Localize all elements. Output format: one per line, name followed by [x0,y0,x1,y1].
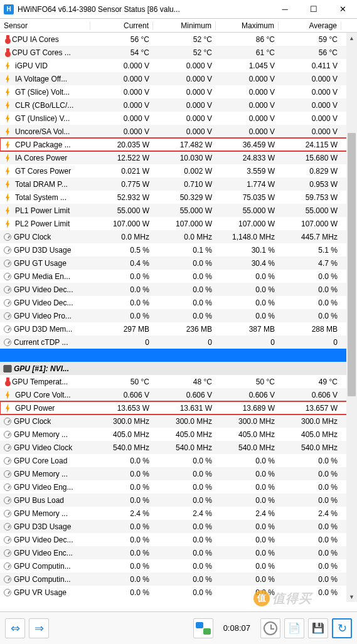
sensor-row[interactable]: GPU Computin...0.0 %0.0 %0.0 %0.0 % [0,559,357,573]
val-current: 0.000 V [90,75,153,83]
sensor-row[interactable]: GPU D3D Usage0.0 %0.0 %0.0 %0.0 % [0,520,357,533]
sensor-row[interactable]: GPU Video Dec...0.0 %0.0 %0.0 %0.0 % [0,533,357,546]
sensor-row[interactable]: GPU Media En...0.0 %0.0 %0.0 %0.0 % [0,270,357,283]
sensor-row[interactable]: GPU Power13.653 W13.631 W13.689 W13.657 … [0,401,357,414]
col-sensor[interactable]: Sensor [0,21,90,30]
sensor-row[interactable]: GT Cores Power0.021 W0.002 W3.559 W0.829… [0,164,357,177]
bolt-icon [4,193,13,202]
titlebar[interactable]: H HWiNFO64 v6.14-3980 Sensor Status [86 … [0,0,357,19]
gauge-icon [4,497,11,504]
sensor-row[interactable]: GPU Bus Load0.0 %0.0 %0.0 %0.0 % [0,494,357,507]
val-avg: 300.0 MHz [279,417,341,426]
val-current: 0.5 % [90,246,153,255]
expand-all-button[interactable]: ⇔ [5,618,25,638]
scroll-up-button[interactable]: ▲ [346,33,357,43]
sensor-row[interactable]: GT (Slice) Volt...0.000 V0.000 V0.000 V0… [0,85,357,98]
val-avg: 0.0 % [279,483,341,492]
gauge-icon [4,523,11,531]
sensor-row[interactable]: PL2 Power Limit107.000 W107.000 W107.000… [0,217,357,230]
col-maximum[interactable]: Maximum [216,21,279,30]
val-max: 24.833 W [216,154,279,162]
sensor-row[interactable]: GPU Video Clock540.0 MHz540.0 MHz540.0 M… [0,441,357,454]
sensor-row[interactable]: CPU GT Cores ...54 °C52 °C61 °C56 °C [0,46,357,59]
val-min: 2.4 % [153,509,216,518]
minimize-button[interactable]: ─ [270,0,299,19]
sensor-name: GPU Core Volt... [15,391,71,399]
sensor-row[interactable]: GPU D3D Usage0.5 %0.1 %30.1 %5.1 % [0,243,357,256]
sensor-row[interactable]: GPU Video Dec...0.0 %0.0 %0.0 %0.0 % [0,296,357,309]
val-current: 0.000 V [90,61,153,70]
sensor-row[interactable]: CLR (CBo/LLC/...0.000 V0.000 V0.000 V0.0… [0,98,357,112]
val-current: 56 °C [90,35,153,44]
sensor-row[interactable]: GPU Clock0.0 MHz0.0 MHz1,148.0 MHz445.7 … [0,230,357,243]
log-button[interactable]: 📄 [284,618,304,638]
clock-button[interactable] [260,618,280,638]
sensor-row[interactable]: GPU Clock300.0 MHz300.0 MHz300.0 MHz300.… [0,414,357,428]
val-avg: 24.115 W [279,140,341,149]
sensor-row[interactable]: GPU VR Usage0.0 %0.0 %0.0 %0.0 % [0,586,357,599]
sensor-row[interactable]: IA Voltage Off...0.000 V0.000 V0.000 V0.… [0,72,357,85]
sensor-row[interactable]: iGPU VID0.000 V0.000 V1.045 V0.411 V [0,59,357,72]
save-button[interactable]: 💾 [308,618,328,638]
val-current: 0.000 V [90,88,153,97]
sensor-row[interactable]: GPU Memory ...405.0 MHz405.0 MHz405.0 MH… [0,428,357,441]
sensor-row[interactable]: IA Cores Power12.522 W10.030 W24.833 W15… [0,151,357,164]
sensor-row[interactable]: PL1 Power Limit55.000 W55.000 W55.000 W5… [0,204,357,217]
val-avg: 56 °C [279,48,341,57]
val-max: 300.0 MHz [216,417,279,426]
val-min: 0.0 % [153,522,216,531]
sensor-row[interactable]: Uncore/SA Vol...0.000 V0.000 V0.000 V0.0… [0,125,357,138]
sensor-row[interactable]: GPU D3D Mem...297 MB236 MB387 MB288 MB [0,322,357,335]
sensor-row[interactable]: Current cTDP ...0000 [0,335,357,349]
sensor-row[interactable]: CPU Package ...20.035 W17.482 W36.459 W2… [0,138,357,151]
sensor-row[interactable]: GPU Video Pro...0.0 %0.0 %0.0 %0.0 % [0,309,357,322]
network-button[interactable] [193,618,213,638]
section-header[interactable]: GPU [#1]: NVI... [0,362,357,375]
val-min: 300.0 MHz [153,417,216,426]
sensor-name: PL2 Power Limit [15,219,70,228]
sensor-row[interactable]: GPU Video Eng...0.0 %0.0 %0.0 %0.0 % [0,480,357,494]
sensor-name: GT Cores Power [15,167,71,176]
val-min: 50.329 W [153,193,216,202]
sensor-row[interactable]: Total System ...52.932 W50.329 W75.035 W… [0,191,357,204]
val-avg: 49 °C [279,377,341,386]
val-avg: 0.0 % [279,298,341,307]
sensor-row[interactable]: GPU Memory ...0.0 %0.0 %0.0 %0.0 % [0,467,357,480]
sensor-row[interactable]: CPU IA Cores56 °C52 °C86 °C59 °C [0,33,357,46]
window-title: HWiNFO64 v6.14-3980 Sensor Status [86 va… [18,5,270,14]
sensor-row[interactable]: GPU Video Dec...0.0 %0.0 %0.0 %0.0 % [0,283,357,296]
sensor-row[interactable]: GT (Unslice) V...0.000 V0.000 V0.000 V0.… [0,112,357,125]
gauge-icon [4,562,11,570]
scrollbar[interactable]: ▲ ▼ [346,33,357,602]
sensor-row[interactable]: GPU Memory ...2.4 %2.4 %2.4 %2.4 % [0,507,357,520]
gauge-icon [4,299,11,307]
val-min: 0.0 % [153,496,216,505]
sensor-name: IA Cores Power [15,154,67,162]
val-min: 0.0 % [153,575,216,584]
reset-button[interactable]: ↻ [332,618,352,638]
sensor-row[interactable]: GPU Temperat...50 °C48 °C50 °C49 °C [0,375,357,388]
col-current[interactable]: Current [90,21,153,30]
val-max: 0.0 % [216,285,279,294]
sensor-row[interactable]: GPU GT Usage0.4 %0.0 %30.4 %4.7 % [0,256,357,270]
sensor-row[interactable]: GPU Core Volt...0.606 V0.606 V0.606 V0.6… [0,388,357,401]
sensor-row[interactable]: GPU Computin...0.0 %0.0 %0.0 %0.0 % [0,573,357,586]
sensor-row[interactable]: Total DRAM P...0.775 W0.710 W1.774 W0.95… [0,177,357,191]
col-minimum[interactable]: Minimum [153,21,216,30]
table-header[interactable]: Sensor Current Minimum Maximum Average [0,19,357,33]
val-min: 0.000 V [153,88,216,97]
val-max: 107.000 W [216,219,279,228]
maximize-button[interactable]: ☐ [299,0,328,19]
scroll-down-button[interactable]: ▼ [346,591,357,602]
val-max: 540.0 MHz [216,443,279,452]
scroll-thumb[interactable] [348,133,356,396]
sensor-row[interactable]: GPU Video Enc...0.0 %0.0 %0.0 %0.0 % [0,546,357,559]
val-max: 55.000 W [216,206,279,215]
save-icon: 💾 [312,622,324,634]
collapse-button[interactable]: ⇒ [29,618,49,638]
sensor-name: GPU Temperat... [12,377,68,386]
close-button[interactable]: ✕ [328,0,357,19]
sensor-row[interactable]: GPU Core Load0.0 %0.0 %0.0 %0.0 % [0,454,357,467]
bolt-icon [4,154,13,162]
col-average[interactable]: Average [279,21,341,30]
